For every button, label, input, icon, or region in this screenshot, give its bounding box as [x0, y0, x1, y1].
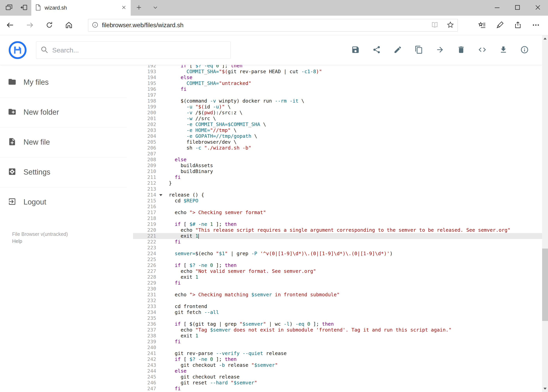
code-line[interactable]: 228 exit 1 [133, 274, 542, 280]
code-line[interactable]: 227 echo "Not valid semver format. See s… [133, 268, 542, 274]
code-line[interactable]: 238 exit 1 [133, 333, 542, 339]
code-line[interactable]: 230 [133, 286, 542, 292]
code-line[interactable]: 197 [133, 92, 542, 98]
code-line[interactable]: 240 [133, 345, 542, 350]
code-line[interactable]: 205 filebrowser/dev \ [133, 139, 542, 145]
code-line[interactable]: 237 echo "Tag $semver does not exist in … [133, 327, 542, 333]
code-line[interactable]: 239 fi [133, 339, 542, 345]
search-input[interactable] [52, 46, 226, 54]
tab-list-chevron-button[interactable] [147, 0, 164, 16]
sidebar-item-new-folder[interactable]: New folder [8, 103, 125, 121]
code-line[interactable]: 229 fi [133, 280, 542, 286]
code-line[interactable]: 210 buildBinary [133, 168, 542, 174]
reading-view-icon[interactable] [431, 21, 438, 29]
code-line[interactable]: 202 -e COMMIT_SHA=$COMMIT_SHA \ [133, 121, 542, 127]
code-editor[interactable]: 192 if [ $? -eq 0 ]; then193 COMMIT_SHA=… [133, 65, 542, 392]
code-line[interactable]: 214release () { [133, 192, 542, 198]
rename-button[interactable] [391, 43, 405, 57]
vertical-scrollbar[interactable] [542, 35, 548, 392]
code-line[interactable]: 245 git checkout release [133, 374, 542, 380]
code-line[interactable]: 217 echo "> Checking semver format" [133, 210, 542, 216]
scrollbar-thumb[interactable] [542, 249, 548, 321]
code-line[interactable]: 242 if [ $? -ne 0 ]; then [133, 356, 542, 362]
code-line[interactable]: 192 if [ $? -eq 0 ]; then [133, 65, 542, 69]
code-line[interactable]: 212} [133, 180, 542, 186]
tab-close-icon[interactable] [121, 5, 126, 11]
home-button[interactable] [61, 16, 77, 35]
code-line[interactable]: 215 cd $REPO [133, 198, 542, 204]
code-line[interactable]: 208 else [133, 157, 542, 163]
code-line[interactable]: 246 git reset --hard "$semver" [133, 380, 542, 386]
forward-button[interactable] [21, 16, 38, 35]
code-line[interactable]: 222 fi [133, 239, 542, 245]
move-button[interactable] [433, 43, 447, 57]
code-line[interactable]: 233 cd frontend [133, 304, 542, 309]
code-line[interactable]: 232 [133, 298, 542, 304]
refresh-button[interactable] [41, 16, 57, 35]
hub-button[interactable] [473, 16, 491, 35]
code-line[interactable]: 244 else [133, 368, 542, 374]
maximize-button[interactable] [507, 0, 528, 16]
code-line[interactable]: 213 [133, 186, 542, 192]
code-line[interactable]: 201 -w //src \ [133, 116, 542, 121]
help-link[interactable]: Help [12, 238, 68, 245]
code-line[interactable]: 200 -v /$(pwd):/src:z \ [133, 110, 542, 116]
set-tabs-aside-button[interactable] [16, 0, 31, 16]
code-line[interactable]: 193 COMMIT_SHA="$(git rev-parse HEAD | c… [133, 69, 542, 75]
code-line[interactable]: 221 exit 1 [133, 233, 542, 239]
code-line[interactable]: 225 [133, 257, 542, 262]
favorite-star-icon[interactable] [447, 21, 454, 29]
info-button[interactable] [518, 43, 532, 57]
code-line[interactable]: 203 -e HOME="//tmp" \ [133, 127, 542, 133]
delete-button[interactable] [454, 43, 468, 57]
code-line[interactable]: 235 [133, 315, 542, 321]
code-line[interactable]: 219 if [ $# -ne 1 ]; then [133, 221, 542, 227]
save-button[interactable] [348, 43, 362, 57]
sidebar-item-settings[interactable]: Settings [8, 163, 125, 181]
code-line[interactable]: 196 fi [133, 86, 542, 92]
code-line[interactable]: 194 else [133, 75, 542, 80]
close-button[interactable] [528, 0, 548, 16]
code-line[interactable]: 223 [133, 245, 542, 251]
code-line[interactable]: 231 echo "> Checking matching $semver in… [133, 292, 542, 298]
minimize-button[interactable] [487, 0, 507, 16]
code-line[interactable]: 218 [133, 216, 542, 221]
code-line[interactable]: 243 git checkout -b release "$semver" [133, 362, 542, 368]
fold-marker-icon[interactable] [159, 194, 162, 196]
code-line[interactable]: 199 -u "$(id -u)" \ [133, 104, 542, 110]
sidebar-item-new-file[interactable]: New file [8, 133, 125, 151]
code-line[interactable]: 209 buildAssets [133, 163, 542, 168]
scroll-down-button[interactable] [542, 385, 548, 392]
code-view-button[interactable] [475, 43, 489, 57]
url-field[interactable]: filebrowser.web/files/wizard.sh [88, 19, 458, 32]
back-button[interactable] [2, 16, 18, 35]
code-line[interactable]: 195 COMMIT_SHA="untracked" [133, 80, 542, 86]
tab-preview-button[interactable] [1, 0, 16, 16]
share-button[interactable] [509, 16, 527, 35]
web-note-button[interactable] [491, 16, 509, 35]
tab-wizard-sh[interactable]: wizard.sh [31, 0, 131, 16]
sidebar-item-my-files[interactable]: My files [8, 73, 125, 91]
code-line[interactable]: 241 git rev-parse --verify --quiet relea… [133, 350, 542, 356]
more-button[interactable] [527, 16, 545, 35]
code-line[interactable]: 220 echo "This release script requires a… [133, 227, 542, 233]
code-line[interactable]: 211 fi [133, 174, 542, 180]
code-line[interactable]: 247 fi [133, 386, 542, 392]
code-line[interactable]: 206 sh -c "./wizard.sh -b" [133, 145, 542, 151]
code-line[interactable]: 226 if [ $? -ne 0 ]; then [133, 262, 542, 268]
scroll-up-button[interactable] [542, 35, 548, 42]
new-tab-button[interactable] [131, 0, 147, 16]
code-line[interactable]: 216 [133, 204, 542, 210]
code-line[interactable]: 204 -e GOPATH=//tmp/gopath \ [133, 133, 542, 139]
code-line[interactable]: 224 semver=$(echo "$1" | grep -P '^v(0|[… [133, 251, 542, 257]
download-button[interactable] [496, 43, 510, 57]
code-line[interactable]: 234 git fetch --all [133, 309, 542, 315]
filebrowser-logo[interactable] [8, 41, 27, 59]
code-line[interactable]: 198 $(command -v winpty) docker run --rm… [133, 98, 542, 104]
code-line[interactable]: 207 [133, 151, 542, 157]
copy-button[interactable] [412, 43, 426, 57]
code-line[interactable]: 236 if [ $(git tag | grep "$semver" | wc… [133, 321, 542, 327]
share-file-button[interactable] [370, 43, 384, 57]
sidebar-item-logout[interactable]: Logout [8, 193, 125, 211]
site-info-icon[interactable] [92, 21, 98, 29]
